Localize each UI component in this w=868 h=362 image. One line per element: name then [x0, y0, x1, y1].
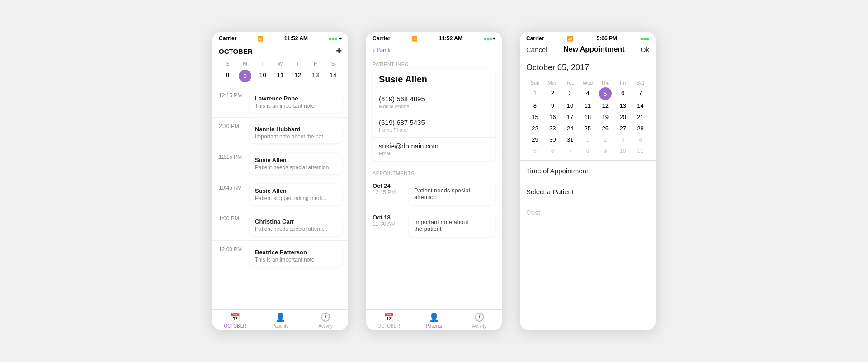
c-day-n4[interactable]: 4 [632, 134, 649, 145]
nav-calendar-label: OCTOBER [224, 324, 246, 329]
nav2-patients[interactable]: 👤 Patients [411, 312, 457, 329]
cal-day-14[interactable]: 14 [324, 70, 342, 82]
c-day-13[interactable]: 13 [614, 100, 632, 111]
activity-icon-2: 🕐 [474, 312, 484, 322]
c-day-25[interactable]: 25 [579, 123, 597, 134]
appt-item-4[interactable]: 10:45 AM Susie Allen Patient stopped tak… [212, 179, 348, 210]
cost-field-label: Cost [526, 209, 540, 216]
c-day-27[interactable]: 27 [614, 123, 632, 134]
screen1-calendar: Carrier 📶 11:52 AM ■■■+ OCTOBER + S M T … [212, 32, 348, 330]
time-field-row[interactable]: Time of Appointment [520, 161, 656, 181]
c-day-6[interactable]: 6 [614, 87, 632, 100]
c-day-2[interactable]: 2 [544, 87, 561, 100]
c-day-28[interactable]: 28 [632, 123, 649, 134]
appt-note-5: Patient needs special attenti... [255, 226, 336, 232]
c-day-29[interactable]: 29 [526, 134, 544, 145]
cal-day-11[interactable]: 11 [272, 70, 289, 82]
appt-item-1[interactable]: 12:15 PM Lawrence Pope This is an import… [212, 87, 348, 118]
appt-name-2: Nannie Hubbard [255, 126, 336, 133]
bottom-nav-2: 📅 OCTOBER 👤 Patients 🕐 Activity [366, 309, 502, 330]
cal-day-13[interactable]: 13 [307, 70, 324, 82]
time-3: 5:06 PM [597, 35, 617, 42]
c-day-n9[interactable]: 9 [596, 145, 614, 157]
appt-item-5[interactable]: 1:00 PM Christina Carr Patient needs spe… [212, 210, 348, 241]
appt-note-1: This is an important note [255, 103, 336, 109]
c-day-23[interactable]: 23 [544, 123, 561, 134]
patient-field-label: Select a Patient [526, 188, 574, 195]
appt-row-2[interactable]: Oct 18 11:30 AM Important note aboutthe … [366, 210, 502, 241]
month-header: OCTOBER + [212, 43, 348, 61]
c-day-1[interactable]: 1 [526, 87, 544, 100]
appointment-list: 12:15 PM Lawrence Pope This is an import… [212, 87, 348, 309]
c-day-21[interactable]: 21 [632, 111, 649, 123]
c-day-31[interactable]: 31 [561, 134, 579, 145]
nav2-activity[interactable]: 🕐 Activity [457, 312, 502, 329]
c-day-30[interactable]: 30 [544, 134, 561, 145]
nav-patients[interactable]: 👤 Patients [258, 312, 303, 329]
c-day-15[interactable]: 15 [526, 111, 544, 123]
appt-note-card-1: Patient needs special attention [409, 182, 495, 205]
nav-activity[interactable]: 🕐 Activity [303, 312, 348, 329]
appt-time-4: 10:45 AM [219, 184, 250, 191]
appointments-label: APPOINTMENTS [366, 167, 502, 178]
c-day-8[interactable]: 8 [526, 100, 544, 111]
c-day-12[interactable]: 12 [596, 100, 614, 111]
appt-time-value-2: 11:30 AM [373, 221, 404, 227]
c-day-n1[interactable]: 1 [579, 134, 597, 145]
c-day-4[interactable]: 4 [579, 87, 597, 100]
c-day-n11[interactable]: 11 [632, 145, 649, 157]
c-day-10[interactable]: 10 [561, 100, 579, 111]
wifi-icon-3: 📶 [567, 36, 573, 42]
back-button[interactable]: ‹ Back [366, 43, 502, 58]
c-day-26[interactable]: 26 [596, 123, 614, 134]
appt-item-2[interactable]: 2:30 PM Nannie Hubbard Important note ab… [212, 118, 348, 148]
c-day-n10[interactable]: 10 [614, 145, 632, 157]
c-day-19[interactable]: 19 [596, 111, 614, 123]
appt-item-6[interactable]: 12:00 PM Beatrice Patterson This is an i… [212, 241, 348, 272]
cost-field-row[interactable]: Cost [520, 202, 656, 223]
add-appointment-button[interactable]: + [336, 45, 342, 57]
c-day-14[interactable]: 14 [632, 100, 649, 111]
screen2-patient-detail: Carrier 📶 11:52 AM ■■■+ ‹ Back PATIENT I… [366, 32, 502, 330]
c-day-n8[interactable]: 8 [579, 145, 597, 157]
c-day-3[interactable]: 3 [561, 87, 579, 100]
c-day-n2[interactable]: 2 [596, 134, 614, 145]
c-day-9[interactable]: 9 [544, 100, 561, 111]
c-day-7[interactable]: 7 [632, 87, 649, 100]
c-day-n7[interactable]: 7 [561, 145, 579, 157]
home-phone-value: (619) 687 5435 [379, 119, 489, 126]
c-day-16[interactable]: 16 [544, 111, 561, 123]
nav2-calendar[interactable]: 📅 OCTOBER [366, 312, 411, 329]
appt-row-1[interactable]: Oct 24 12:15 PM Patient needs special at… [366, 178, 502, 210]
ok-button[interactable]: Ok [641, 46, 649, 53]
appt-name-4: Susie Allen [255, 187, 336, 194]
cancel-button[interactable]: Cancel [526, 46, 547, 53]
activity-icon: 🕐 [321, 312, 330, 322]
appt-card-6: Beatrice Patterson This is an important … [250, 245, 342, 267]
patient-field-row[interactable]: Select a Patient [520, 181, 656, 202]
c-day-24[interactable]: 24 [561, 123, 579, 134]
appt-item-3[interactable]: 12:15 PM Susie Allen Patient needs speci… [212, 148, 348, 179]
wifi-icon-1: 📶 [257, 36, 264, 42]
cal-day-9-selected[interactable]: 9 [239, 70, 251, 82]
patient-info-card: Susie Allen (619) 568 4895 Mobile Phone … [373, 69, 495, 161]
appt-name-3: Susie Allen [255, 157, 336, 163]
c-day-n5[interactable]: 5 [526, 145, 544, 157]
cal-day-12[interactable]: 12 [289, 70, 307, 82]
c-day-17[interactable]: 17 [561, 111, 579, 123]
battery-2: ■■■+ [484, 35, 495, 42]
nav-calendar[interactable]: 📅 OCTOBER [212, 312, 258, 329]
wifi-icon-2: 📶 [411, 36, 418, 42]
c-day-n6[interactable]: 6 [544, 145, 561, 157]
c-day-18[interactable]: 18 [579, 111, 597, 123]
new-appt-topbar: Cancel New Appointment Ok [520, 43, 656, 58]
cal-day-10[interactable]: 10 [254, 70, 272, 82]
c-day-22[interactable]: 22 [526, 123, 544, 134]
appt-card-1: Lawrence Pope This is an important note [250, 91, 342, 113]
c-day-20[interactable]: 20 [614, 111, 632, 123]
carrier-1: Carrier [219, 35, 236, 42]
c-day-n3[interactable]: 3 [614, 134, 632, 145]
cal-day-8[interactable]: 8 [219, 70, 236, 82]
c-day-11[interactable]: 11 [579, 100, 597, 111]
c-day-5-selected[interactable]: 5 [599, 87, 612, 100]
